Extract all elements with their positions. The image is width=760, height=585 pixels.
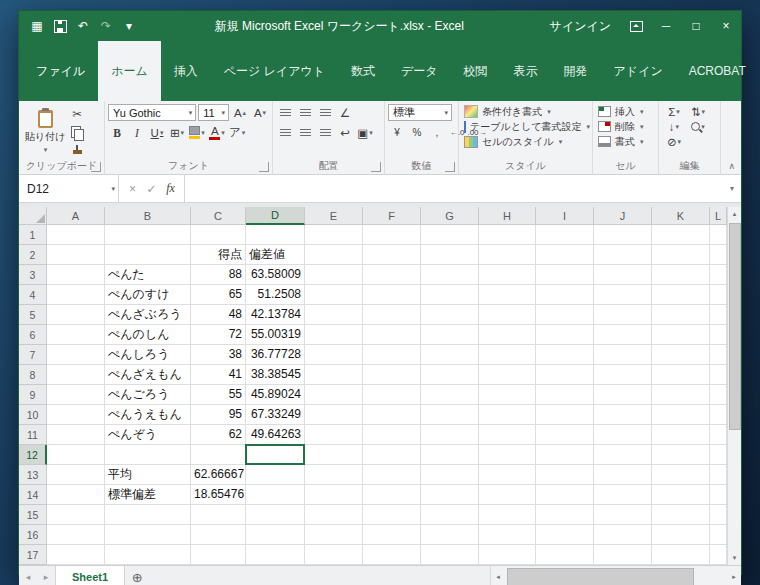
number-format-combo[interactable]: 標準▾ [388,104,452,121]
cell-H14[interactable] [479,485,536,505]
cell-G16[interactable] [421,525,479,545]
cell-A7[interactable] [47,345,105,365]
column-header-G[interactable]: G [421,207,479,225]
cell-A4[interactable] [47,285,105,305]
cell-H13[interactable] [479,465,536,485]
cell-J2[interactable] [594,245,652,265]
paste-button[interactable]: 貼り付け ▾ [22,104,68,160]
cell-H3[interactable] [479,265,536,285]
cell-G14[interactable] [421,485,479,505]
merge-center-button[interactable]: ▣▾ [356,124,374,141]
cell-C8[interactable]: 41 [191,365,246,385]
cell-F4[interactable] [363,285,421,305]
cell-F11[interactable] [363,425,421,445]
cell-I8[interactable] [536,365,594,385]
maximize-button[interactable]: □ [681,11,711,41]
cell-C10[interactable]: 95 [191,405,246,425]
underline-button[interactable]: U▾ [148,124,166,141]
column-header-F[interactable]: F [363,207,421,225]
name-box[interactable]: D12▾ [19,175,119,202]
row-header-2[interactable]: 2 [19,245,47,265]
sign-in-link[interactable]: サインイン [550,18,611,35]
format-painter-button[interactable] [68,141,86,158]
cell-C14[interactable]: 18.65476 [191,485,246,505]
cell-J5[interactable] [594,305,652,325]
cell-H10[interactable] [479,405,536,425]
cell-I11[interactable] [536,425,594,445]
cell-K7[interactable] [652,345,710,365]
cell-J17[interactable] [594,545,652,565]
scroll-right-icon[interactable]: ▸ [727,573,741,581]
cell-J12[interactable] [594,445,652,465]
cell-A9[interactable] [47,385,105,405]
cell-A10[interactable] [47,405,105,425]
cell-K13[interactable] [652,465,710,485]
column-header-E[interactable]: E [305,207,363,225]
cell-B15[interactable] [105,505,191,525]
save-button[interactable] [50,15,70,37]
cell-K15[interactable] [652,505,710,525]
cell-G7[interactable] [421,345,479,365]
cell-B3[interactable]: ぺんた [105,265,191,285]
cell-I7[interactable] [536,345,594,365]
number-dialog-launcher[interactable] [445,162,455,172]
tab-formulas[interactable]: 数式 [338,41,388,101]
cell-B4[interactable]: ぺんのすけ [105,285,191,305]
tab-add-ins[interactable]: アドイン [601,41,676,101]
cell-K14[interactable] [652,485,710,505]
cell-B10[interactable]: ぺんうえもん [105,405,191,425]
cell-G12[interactable] [421,445,479,465]
tab-review[interactable]: 校閲 [451,41,501,101]
insert-function-button[interactable]: fx [161,181,180,196]
cell-B11[interactable]: ぺんぞう [105,425,191,445]
row-header-4[interactable]: 4 [19,285,47,305]
cell-J14[interactable] [594,485,652,505]
cell-J7[interactable] [594,345,652,365]
cell-K5[interactable] [652,305,710,325]
cell-I2[interactable] [536,245,594,265]
cell-J11[interactable] [594,425,652,445]
row-header-7[interactable]: 7 [19,345,47,365]
cell-E7[interactable] [305,345,363,365]
cell-C11[interactable]: 62 [191,425,246,445]
cell-K11[interactable] [652,425,710,445]
cell-J16[interactable] [594,525,652,545]
cell-H4[interactable] [479,285,536,305]
scroll-down-icon[interactable]: ▾ [728,551,741,565]
cell-C13[interactable]: 62.66667 [191,465,246,485]
cell-G5[interactable] [421,305,479,325]
cell-C12[interactable] [191,445,246,465]
cell-F3[interactable] [363,265,421,285]
cell-C6[interactable]: 72 [191,325,246,345]
cell-I4[interactable] [536,285,594,305]
cell-E14[interactable] [305,485,363,505]
cell-C15[interactable] [191,505,246,525]
increase-font-button[interactable]: A▴ [231,104,249,121]
cell-I1[interactable] [536,225,594,245]
italic-button[interactable]: I [128,124,146,141]
cell-E6[interactable] [305,325,363,345]
cell-A17[interactable] [47,545,105,565]
row-header-13[interactable]: 13 [19,465,47,485]
cell-A1[interactable] [47,225,105,245]
cell-L15[interactable] [710,505,727,525]
cell-C5[interactable]: 48 [191,305,246,325]
cell-H11[interactable] [479,425,536,445]
cell-I13[interactable] [536,465,594,485]
column-header-I[interactable]: I [536,207,594,225]
cell-A6[interactable] [47,325,105,345]
cell-I12[interactable] [536,445,594,465]
cell-styles-button[interactable]: セルのスタイル▾ [462,134,589,149]
close-button[interactable]: × [711,11,741,41]
column-header-A[interactable]: A [47,207,105,225]
cell-D16[interactable] [246,525,305,545]
row-header-10[interactable]: 10 [19,405,47,425]
cell-D8[interactable]: 38.38545 [246,365,305,385]
cell-B17[interactable] [105,545,191,565]
cell-A5[interactable] [47,305,105,325]
cell-A15[interactable] [47,505,105,525]
cell-E3[interactable] [305,265,363,285]
cell-E17[interactable] [305,545,363,565]
cell-B1[interactable] [105,225,191,245]
cell-L4[interactable] [710,285,727,305]
